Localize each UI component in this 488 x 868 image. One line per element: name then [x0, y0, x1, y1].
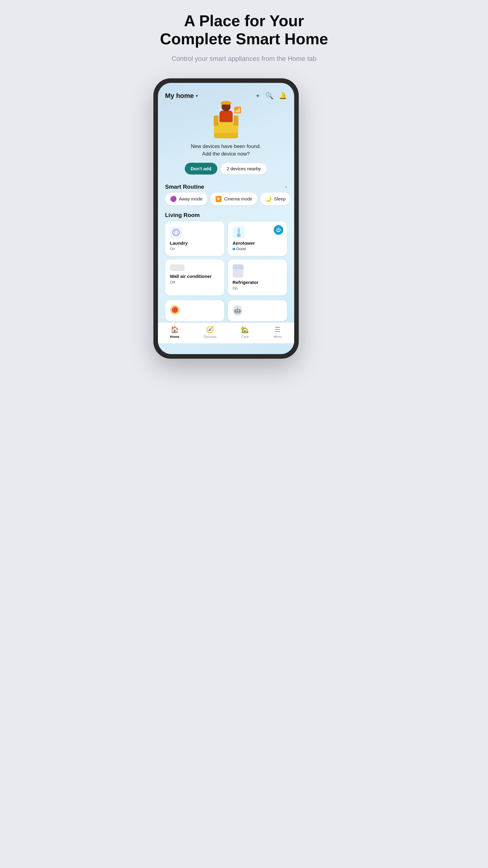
laundry-name: Laundry	[170, 240, 219, 246]
header-icons: + 🔍 🔔	[256, 92, 287, 100]
person-figure: 📶	[210, 105, 243, 138]
person-body	[219, 111, 233, 122]
hero-section: 📶 New devices have been found. Add the d…	[158, 102, 294, 181]
notification-icon[interactable]: 🔔	[279, 92, 287, 100]
aerotower-svg	[235, 228, 242, 237]
partial-device-row: 🔴 🤖	[158, 300, 294, 322]
away-mode-icon: 🟣	[170, 195, 177, 202]
routine-chip-cinema[interactable]: ▶️ Cinema mode	[210, 193, 257, 205]
aerotower-power-button[interactable]: ⏻	[274, 225, 283, 235]
laundry-icon	[170, 226, 182, 239]
page-subtitle: Control your smart appliances from the H…	[154, 54, 335, 64]
hero-illustration: 📶	[210, 105, 243, 138]
status-bar	[158, 83, 294, 87]
nav-item-discover[interactable]: 🧭 Discover	[204, 326, 217, 338]
chair-back-left	[214, 116, 218, 126]
svg-point-2	[175, 230, 176, 231]
partial-device-icon-left: 🔴	[170, 305, 180, 315]
smart-routine-arrow[interactable]: ›	[285, 184, 287, 190]
app-header: My home ▾ + 🔍 🔔	[158, 87, 294, 102]
fridge-status: On	[233, 286, 282, 290]
home-nav-icon: 🏠	[171, 326, 179, 334]
smart-routine-header: Smart Routine ›	[158, 181, 294, 193]
living-room-title: Living Room	[165, 212, 200, 218]
smart-routine-title: Smart Routine	[165, 184, 204, 190]
nav-item-care[interactable]: 🏡 Care	[241, 326, 249, 338]
sleep-mode-label: Sleep	[274, 196, 285, 201]
discover-nav-icon: 🧭	[206, 326, 214, 334]
page-header: A Place for Your Complete Smart Home Con…	[154, 12, 335, 64]
status-dot-icon	[233, 248, 235, 250]
cinema-mode-icon: ▶️	[215, 195, 222, 202]
refrigerator-card[interactable]: Refrigerator On	[228, 259, 287, 296]
page-wrapper: A Place for Your Complete Smart Home Con…	[154, 12, 335, 358]
ac-name: Wall air conditioner	[170, 273, 219, 279]
search-icon[interactable]: 🔍	[265, 92, 273, 100]
wifi-icon: 📶	[234, 106, 241, 114]
home-label: My home	[165, 92, 194, 100]
svg-point-0	[173, 229, 179, 236]
bottom-nav: 🏠 Home 🧭 Discover 🏡 Care ☰ Menu	[158, 322, 294, 343]
menu-nav-icon: ☰	[275, 326, 281, 334]
svg-rect-3	[238, 228, 240, 234]
page-title: A Place for Your Complete Smart Home	[154, 12, 335, 48]
sleep-mode-icon: 🌙	[265, 195, 272, 202]
home-selector[interactable]: My home ▾	[165, 92, 198, 100]
routine-chip-away[interactable]: 🟣 Away mode	[165, 193, 207, 205]
menu-nav-label: Menu	[273, 335, 282, 338]
chevron-down-icon: ▾	[195, 93, 198, 98]
partial-card-left[interactable]: 🔴	[165, 300, 224, 321]
hero-buttons: Don't add 2 devices nearby	[185, 163, 267, 175]
fridge-name: Refrigerator	[233, 279, 282, 285]
routine-chips: 🟣 Away mode ▶️ Cinema mode 🌙 Sleep	[158, 193, 294, 210]
fridge-icon	[233, 264, 244, 278]
aerotower-name: Aerotower	[233, 240, 282, 246]
fridge-top	[233, 264, 244, 269]
aerotower-status: Good	[233, 247, 282, 251]
chair-back-right	[234, 116, 238, 126]
fridge-bottom	[233, 269, 244, 278]
wall-ac-card[interactable]: Wall air conditioner Off	[165, 259, 224, 296]
laundry-status: On	[170, 247, 219, 251]
cinema-mode-label: Cinema mode	[224, 196, 252, 201]
routine-chip-sleep[interactable]: 🌙 Sleep	[260, 193, 290, 205]
chair-base	[214, 133, 238, 138]
nav-item-menu[interactable]: ☰ Menu	[273, 326, 282, 338]
svg-rect-4	[237, 234, 241, 237]
care-nav-icon: 🏡	[241, 326, 249, 334]
laundry-svg	[172, 228, 180, 236]
nav-item-home[interactable]: 🏠 Home	[170, 326, 179, 338]
aerotower-card[interactable]: ⏻ Aerotower Good	[228, 221, 287, 256]
aerotower-icon	[233, 226, 245, 239]
person-hat	[221, 101, 231, 104]
hero-message: New devices have been found. Add the dev…	[191, 143, 261, 158]
dont-add-button[interactable]: Don't add	[185, 163, 218, 175]
device-grid: Laundry On ⏻ Aerotower Good	[158, 221, 294, 300]
laundry-card[interactable]: Laundry On	[165, 221, 224, 256]
care-nav-label: Care	[241, 335, 249, 338]
living-room-header: Living Room	[158, 210, 294, 221]
away-mode-label: Away mode	[179, 196, 203, 201]
add-icon[interactable]: +	[256, 92, 260, 100]
devices-nearby-button[interactable]: 2 devices nearby	[220, 163, 267, 175]
phone-mockup: My home ▾ + 🔍 🔔	[154, 79, 298, 358]
phone-screen: My home ▾ + 🔍 🔔	[158, 83, 294, 354]
ac-icon	[170, 264, 184, 271]
partial-card-right[interactable]: 🤖	[228, 300, 287, 321]
discover-nav-label: Discover	[204, 335, 217, 338]
home-nav-label: Home	[170, 335, 179, 338]
ac-status: Off	[170, 280, 219, 284]
partial-device-icon-right: 🤖	[233, 305, 242, 316]
